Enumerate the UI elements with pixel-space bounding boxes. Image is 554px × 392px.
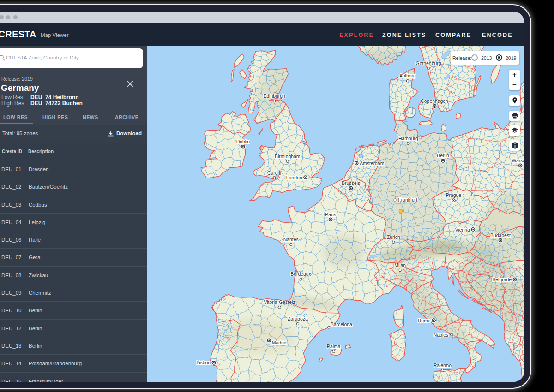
svg-text:Lisbon: Lisbon: [196, 360, 211, 365]
svg-text:Aalborg: Aalborg: [399, 73, 416, 78]
svg-text:Warsaw: Warsaw: [512, 158, 524, 163]
svg-text:Birmingham: Birmingham: [275, 154, 300, 159]
svg-text:Dublin: Dublin: [236, 139, 250, 144]
svg-text:Belgrade: Belgrade: [492, 277, 512, 282]
svg-text:Prague: Prague: [446, 193, 462, 198]
svg-text:Edinburgh: Edinburgh: [263, 93, 285, 98]
svg-text:Palma: Palma: [327, 344, 341, 349]
svg-text:Amsterdam: Amsterdam: [360, 160, 384, 166]
svg-text:Cardiff: Cardiff: [267, 170, 282, 175]
svg-text:Milan: Milan: [394, 262, 406, 267]
svg-text:London: London: [286, 175, 302, 180]
svg-text:Berlin: Berlin: [437, 153, 449, 158]
svg-text:Zurich: Zurich: [387, 234, 400, 239]
svg-text:Hamburg: Hamburg: [398, 136, 418, 141]
svg-text:Budapest: Budapest: [490, 232, 511, 238]
svg-text:Copenhagen: Copenhagen: [421, 98, 448, 103]
svg-text:Frankfurt: Frankfurt: [398, 197, 418, 202]
svg-text:Nantes: Nantes: [283, 237, 299, 242]
svg-text:Gothenburg: Gothenburg: [416, 61, 441, 66]
svg-text:Zaragoza: Zaragoza: [288, 316, 308, 321]
svg-text:Bordeaux: Bordeaux: [290, 272, 311, 277]
svg-text:Barcelona: Barcelona: [331, 321, 352, 327]
svg-text:Vienna: Vienna: [455, 227, 470, 232]
svg-text:Vitoria-Gasteiz: Vitoria-Gasteiz: [264, 300, 295, 305]
svg-text:Paris: Paris: [325, 212, 336, 217]
svg-text:Palermo: Palermo: [434, 363, 452, 368]
svg-text:Brussels: Brussels: [342, 180, 360, 185]
svg-text:Naples: Naples: [434, 332, 448, 337]
svg-text:Madrid: Madrid: [272, 340, 287, 345]
svg-text:Rome: Rome: [418, 318, 431, 323]
